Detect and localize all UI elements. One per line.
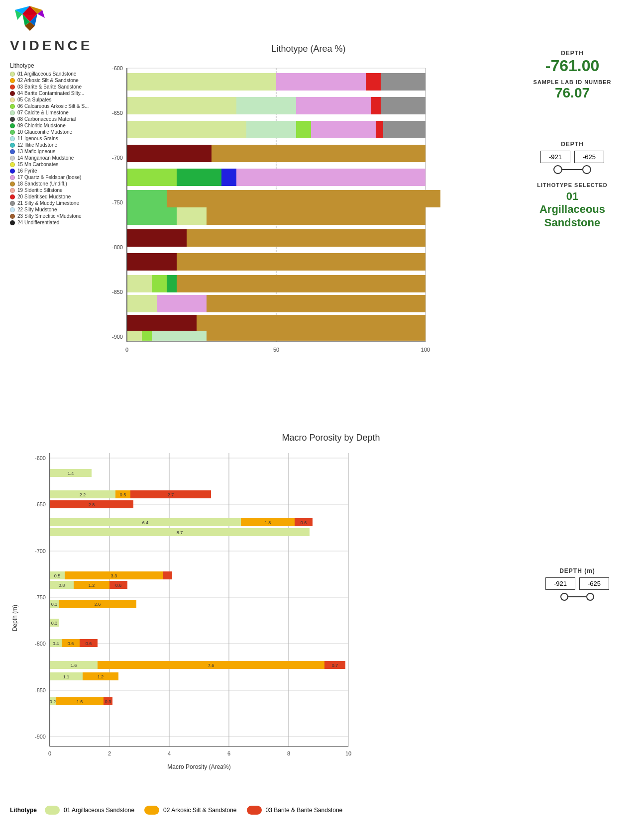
svg-rect-47 bbox=[177, 207, 207, 225]
svg-text:-800: -800 bbox=[35, 641, 46, 647]
legend-dot bbox=[10, 123, 15, 128]
depth-range-label: DEPTH bbox=[523, 141, 622, 148]
legend-dot bbox=[10, 201, 15, 206]
svg-rect-24 bbox=[276, 73, 366, 91]
svg-text:0.3: 0.3 bbox=[51, 621, 58, 626]
svg-rect-55 bbox=[167, 275, 177, 292]
legend-dot bbox=[10, 162, 15, 167]
lithotype-selected-value: 01ArgillaceousSandstone bbox=[523, 190, 622, 229]
svg-rect-53 bbox=[127, 275, 152, 292]
legend-dot bbox=[10, 85, 15, 90]
svg-text:-650: -650 bbox=[35, 501, 46, 507]
depth-circle-right bbox=[582, 165, 591, 174]
svg-text:4: 4 bbox=[168, 750, 171, 756]
logo-icon bbox=[10, 5, 50, 35]
svg-rect-28 bbox=[236, 97, 296, 114]
svg-text:-750: -750 bbox=[112, 199, 123, 205]
depth-max-input[interactable]: -625 bbox=[574, 151, 604, 163]
legend-dot bbox=[10, 91, 15, 96]
depth-controls: DEPTH -921 -625 bbox=[523, 141, 622, 174]
macro-connector bbox=[568, 596, 586, 597]
macro-depth-min[interactable]: -921 bbox=[545, 577, 575, 590]
depth-min-input[interactable]: -921 bbox=[540, 151, 570, 163]
sample-value: 76.07 bbox=[523, 85, 622, 101]
legend-dot bbox=[10, 175, 15, 180]
legend-label: 10 Glauconitic Mudstone bbox=[17, 129, 72, 135]
svg-rect-65 bbox=[207, 331, 425, 341]
svg-text:2: 2 bbox=[108, 750, 111, 756]
legend-dot bbox=[10, 188, 15, 193]
legend-label: 21 Silty & Muddy Limestone bbox=[17, 200, 79, 206]
svg-rect-43 bbox=[236, 169, 425, 186]
svg-text:100: 100 bbox=[421, 347, 430, 353]
legend-label: 11 Igenous Grains bbox=[17, 136, 58, 141]
legend-dot bbox=[10, 149, 15, 154]
macro-section: Macro Porosity by Depth Depth (m) bbox=[10, 433, 622, 788]
legend-label: 01 Argillaceous Sandstone bbox=[17, 71, 76, 77]
svg-rect-39 bbox=[212, 145, 425, 162]
svg-text:-750: -750 bbox=[35, 594, 46, 600]
lithotype-legend: Lithotype 01 Argillaceous Sandstone02 Ar… bbox=[10, 58, 102, 369]
svg-rect-37 bbox=[383, 121, 425, 138]
svg-rect-49 bbox=[127, 229, 187, 247]
legend-label-01: 01 Argillaceous Sandstone bbox=[64, 807, 134, 814]
svg-text:2.8: 2.8 bbox=[89, 502, 95, 507]
svg-text:1.6: 1.6 bbox=[71, 663, 77, 668]
macro-y-label-container: Depth (m) bbox=[10, 448, 20, 788]
legend-dot bbox=[10, 78, 15, 83]
svg-text:-600: -600 bbox=[112, 65, 123, 71]
svg-rect-41 bbox=[177, 169, 221, 186]
svg-text:0.6: 0.6 bbox=[68, 641, 74, 646]
legend-dot bbox=[10, 207, 15, 212]
legend-label: 08 Carbonaceous Material bbox=[17, 116, 76, 122]
legend-item: 22 Silty Mudstone bbox=[10, 207, 102, 212]
macro-chart-area: Depth (m) bbox=[10, 448, 622, 788]
right-panel: DEPTH -761.00 SAMPLE LAB ID NUMBER 76.07… bbox=[523, 50, 622, 229]
legend-item: 12 Illitic Mudstone bbox=[10, 142, 102, 148]
legend-item: 24 Undifferentiated bbox=[10, 220, 102, 225]
legend-item: 06 Calcareous Arkosic Silt & S... bbox=[10, 103, 102, 109]
svg-rect-50 bbox=[187, 229, 425, 247]
svg-text:6.4: 6.4 bbox=[142, 520, 149, 525]
legend-label: 14 Manganoan Mudstone bbox=[17, 155, 74, 161]
legend-label: 18 Sandstone (Undiff.) bbox=[17, 181, 67, 187]
svg-text:0.2: 0.2 bbox=[50, 699, 56, 704]
macro-y-label: Depth (m) bbox=[11, 605, 18, 631]
lithotype-chart-area: Lithotype 01 Argillaceous Sandstone02 Ar… bbox=[10, 58, 518, 369]
svg-rect-34 bbox=[296, 121, 311, 138]
svg-rect-36 bbox=[376, 121, 383, 138]
legend-item: 21 Silty & Muddy Limestone bbox=[10, 200, 102, 206]
svg-rect-38 bbox=[127, 145, 212, 162]
svg-text:0.8: 0.8 bbox=[59, 583, 65, 588]
legend-item: 10 Glauconitic Mudstone bbox=[10, 129, 102, 135]
legend-title: Lithotype bbox=[10, 62, 102, 69]
svg-text:-800: -800 bbox=[112, 244, 123, 250]
lithotype-section: Lithotype (Area %) Lithotype 01 Argillac… bbox=[10, 44, 518, 369]
svg-rect-48 bbox=[207, 207, 425, 225]
svg-text:10: 10 bbox=[345, 750, 351, 756]
legend-dot bbox=[10, 214, 15, 219]
svg-text:0.7: 0.7 bbox=[332, 663, 338, 668]
legend-label: 17 Quartz & Feldspar (loose) bbox=[17, 175, 81, 180]
svg-text:-850: -850 bbox=[35, 687, 46, 693]
legend-dot bbox=[10, 169, 15, 174]
svg-text:1.8: 1.8 bbox=[265, 520, 271, 525]
svg-rect-62 bbox=[127, 331, 142, 341]
svg-text:1.4: 1.4 bbox=[68, 471, 74, 476]
macro-depth-max[interactable]: -625 bbox=[579, 577, 609, 590]
legend-label: 15 Mn Carbonates bbox=[17, 162, 58, 167]
svg-rect-30 bbox=[371, 97, 381, 114]
legend-item: 04 Barite Contaminated Silty... bbox=[10, 91, 102, 96]
svg-text:50: 50 bbox=[273, 347, 279, 353]
svg-text:0.5: 0.5 bbox=[54, 573, 61, 578]
macro-depth-label: DEPTH (m) bbox=[532, 567, 622, 574]
svg-rect-23 bbox=[127, 73, 276, 91]
svg-text:7.6: 7.6 bbox=[208, 663, 214, 668]
svg-rect-25 bbox=[366, 73, 381, 91]
svg-text:3.3: 3.3 bbox=[111, 573, 117, 578]
depth-value: -761.00 bbox=[523, 57, 622, 75]
macro-title: Macro Porosity by Depth bbox=[40, 433, 622, 443]
svg-text:0.6: 0.6 bbox=[115, 583, 122, 588]
legend-item: 07 Calcite & Limestone bbox=[10, 110, 102, 115]
lithotype-chart-title: Lithotype (Area %) bbox=[100, 44, 518, 54]
